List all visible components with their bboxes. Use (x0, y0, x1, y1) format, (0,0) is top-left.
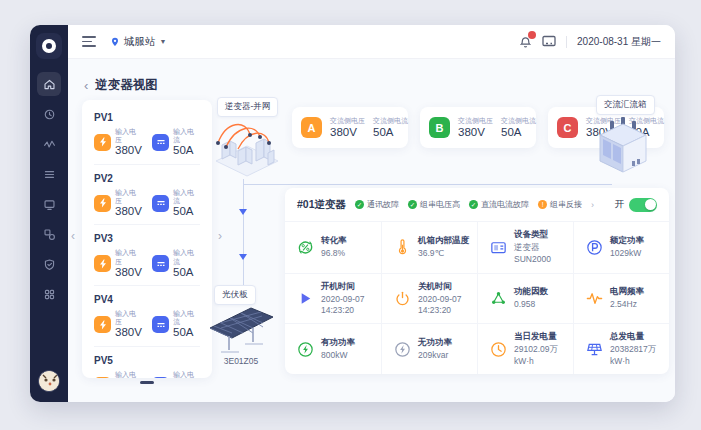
connector-horizontal (244, 184, 612, 185)
sidebar-item-apps[interactable] (37, 282, 61, 306)
metric-power-factor: 功能因数0.958 (477, 273, 573, 324)
clock-icon (43, 108, 56, 121)
current-icon (152, 255, 169, 272)
pv-name: PV4 (94, 294, 200, 305)
flow-arrow-icon (239, 254, 247, 260)
phase-c-badge: C (557, 117, 578, 138)
sidebar-item-history[interactable] (37, 102, 61, 126)
temperature-icon (393, 238, 412, 257)
device-type-icon (489, 238, 508, 257)
daily-energy-icon (489, 340, 508, 359)
active-power-icon (296, 340, 315, 359)
metric-reactive-power: 无功功率209kvar (381, 323, 477, 374)
user-avatar[interactable] (38, 370, 60, 392)
detail-header: #01逆变器 ✓通讯故障 ✓组串电压高 ✓直流电流故障 !组串反接 › 开 (285, 188, 669, 222)
notifications-button[interactable] (519, 35, 532, 49)
sidebar (30, 25, 68, 402)
solar-panel-label: 光伏板 (214, 285, 256, 305)
metric-power-on-time: 开机时间2020-09-07 14:23:20 (285, 273, 381, 324)
avatar-face-icon (39, 371, 60, 392)
pv-item[interactable]: PV4 输入电压380V 输入电流50A (94, 286, 200, 347)
chevron-down-icon: ▼ (160, 38, 167, 45)
list-icon (43, 168, 56, 181)
menu-toggle-icon[interactable] (82, 36, 96, 47)
pagination-indicator[interactable] (140, 381, 154, 384)
current-icon (152, 195, 169, 212)
switch-label: 开 (615, 198, 625, 211)
pv-item[interactable]: PV3 输入电压380V 输入电流50A (94, 225, 200, 286)
flow-arrow-icon (239, 209, 247, 215)
metric-daily-energy: 当日发电量29102.09万kW·h (477, 323, 573, 374)
phase-b-box: B 交流侧电压380V 交流侧电流50A (420, 107, 536, 148)
metrics-grid: 转化率96.8% 机箱内部温度36.9℃ 设备类型逆变器SUN2000 (285, 222, 669, 374)
app-window: 城服站 ▼ 2020-08-31 星期一 (30, 25, 675, 402)
legend-item: ✓通讯故障 (355, 199, 399, 210)
solar-panel-code: 3E01Z05 (205, 356, 277, 366)
divider (566, 36, 567, 48)
station-selector[interactable]: 城服站 ▼ (110, 35, 166, 49)
shield-check-icon (43, 258, 56, 271)
logo-ring-icon (42, 39, 56, 53)
home-icon (43, 78, 56, 91)
current-icon (152, 134, 169, 151)
metric-active-power: 有功功率800kW (285, 323, 381, 374)
power-off-icon (393, 289, 412, 308)
sidebar-item-components[interactable] (37, 222, 61, 246)
main-area: 城服站 ▼ 2020-08-31 星期一 (68, 25, 675, 402)
pv-name: PV3 (94, 233, 200, 244)
sidebar-item-security[interactable] (37, 252, 61, 276)
total-energy-icon (585, 340, 604, 359)
screen-icon (542, 35, 556, 47)
pv-list-panel: PV1 输入电压380V 输入电流50A PV2 输入电压380V (82, 100, 212, 378)
check-circle-icon: ✓ (355, 200, 364, 209)
metric-device-type: 设备类型逆变器SUN2000 (477, 222, 573, 273)
conversion-rate-icon (296, 238, 315, 257)
metric-rated-power: 额定功率1029kW (573, 222, 669, 273)
inverter-illustration (208, 113, 286, 181)
sidebar-item-monitoring[interactable] (37, 132, 61, 156)
back-button[interactable]: ‹ (84, 79, 88, 92)
voltage-icon (94, 255, 111, 272)
sidebar-item-home[interactable] (37, 72, 61, 96)
power-on-icon (296, 289, 315, 308)
voltage-icon (94, 195, 111, 212)
topbar: 城服站 ▼ 2020-08-31 星期一 (68, 25, 675, 59)
inverter-detail-panel: #01逆变器 ✓通讯故障 ✓组串电压高 ✓直流电流故障 !组串反接 › 开 (285, 188, 669, 374)
pv-item[interactable]: PV5 输入电压380V 输入电流50A (94, 347, 200, 378)
connector-vertical (243, 179, 244, 287)
metric-grid-frequency: 电网频率2.54Hz (573, 273, 669, 324)
notification-badge (528, 31, 536, 39)
current-icon (152, 316, 169, 333)
grid-frequency-icon (585, 289, 604, 308)
carousel-prev-button[interactable]: ‹ (71, 229, 75, 243)
location-pin-icon (110, 37, 120, 47)
current-icon (152, 377, 169, 378)
combiner-illustration (588, 111, 658, 181)
legend-more-button[interactable]: › (591, 200, 594, 210)
metric-total-energy: 总发电量20382817万kW·h (573, 323, 669, 374)
page-title-row: ‹ 逆变器视图 (84, 77, 158, 94)
pv-item[interactable]: PV2 输入电压380V 输入电流50A (94, 165, 200, 226)
sidebar-item-list[interactable] (37, 162, 61, 186)
power-toggle[interactable] (629, 198, 657, 212)
fullscreen-button[interactable] (542, 33, 556, 51)
voltage-icon (94, 377, 111, 378)
legend-item: ✓组串电压高 (408, 199, 460, 210)
warn-circle-icon: ! (538, 200, 547, 209)
grid-icon (43, 288, 56, 301)
pv-name: PV5 (94, 355, 200, 366)
content: ‹ 逆变器视图 PV1 输入电压380V (68, 59, 675, 402)
components-icon (43, 228, 56, 241)
desktop-background: 城服站 ▼ 2020-08-31 星期一 (0, 0, 701, 430)
pv-item[interactable]: PV1 输入电压380V 输入电流50A (94, 104, 200, 165)
carousel-next-button[interactable]: › (218, 229, 222, 243)
pv-name: PV1 (94, 112, 200, 123)
solar-panel-illustration (205, 302, 277, 356)
phase-b-badge: B (429, 117, 450, 138)
check-circle-icon: ✓ (408, 200, 417, 209)
reactive-power-icon (393, 340, 412, 359)
phase-a-badge: A (301, 117, 322, 138)
pv-name: PV2 (94, 173, 200, 184)
detail-title: #01逆变器 (297, 198, 346, 212)
sidebar-item-devices[interactable] (37, 192, 61, 216)
